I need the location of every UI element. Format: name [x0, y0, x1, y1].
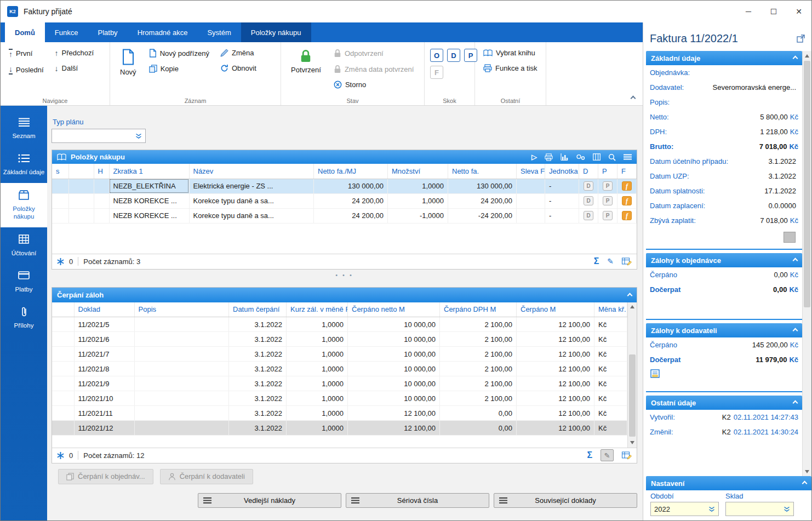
predchozi-button[interactable]: ↑ Předchozí	[52, 48, 97, 58]
cell-datum[interactable]: 3.1.2022	[229, 391, 287, 406]
cell-zkratka[interactable]: NEZB KOREKCE ...	[109, 193, 189, 208]
cell-popis[interactable]	[134, 332, 229, 347]
cell-cerpano-netto[interactable]: 10 000,00	[348, 332, 440, 347]
prvni-button[interactable]: ↑ První	[6, 48, 47, 59]
cell-netto-fa[interactable]: -24 200,00	[448, 208, 517, 223]
scroll-down-icon[interactable]	[803, 467, 811, 476]
cell-cerpano-netto[interactable]: 10 000,00	[348, 362, 440, 376]
cell-mnozstvi[interactable]: -1,0000	[388, 208, 448, 223]
cell-nazev[interactable]: Elektrická energie - ZS ...	[189, 179, 314, 193]
edit-table-icon[interactable]	[622, 257, 632, 266]
col-cerpano[interactable]: Čerpáno M	[517, 302, 594, 317]
cell-mena[interactable]: Kč	[594, 347, 627, 362]
cell-cerpano-dph[interactable]: 2 100,00	[440, 362, 517, 376]
cell-cerpano-dph[interactable]: 2 100,00	[440, 332, 517, 347]
col-sleva[interactable]: Sleva F	[517, 164, 545, 179]
storno-button[interactable]: Storno	[331, 79, 416, 90]
kopie-button[interactable]: Kopie	[146, 64, 212, 74]
section-header[interactable]: Nastavení	[646, 476, 811, 490]
section-header[interactable]: Ostatní údaje	[646, 396, 802, 410]
cell-kurz[interactable]: 1,0000	[287, 362, 348, 376]
funkce-a-tisk-button[interactable]: Funkce a tisk	[481, 63, 540, 73]
posledni-button[interactable]: ↓ Poslední	[6, 64, 47, 76]
cell-zkratka[interactable]: NEZB KOREKCE ...	[109, 208, 189, 223]
cell-cerpano-dph[interactable]: 2 100,00	[440, 317, 517, 332]
run-icon[interactable]: ▷	[531, 153, 537, 161]
sum-icon[interactable]: Σ	[587, 451, 592, 460]
cell-kurz[interactable]: 1,0000	[287, 421, 348, 436]
table-row[interactable]: NEZB KOREKCE ... Korekce typu daně a sa.…	[52, 208, 637, 223]
close-button[interactable]: ✕	[786, 1, 811, 22]
table-row[interactable]: 11/2021/12 3.1.2022 1,0000 12 100,00 0,0…	[52, 421, 627, 436]
cell-cerpano-dph[interactable]: 2 100,00	[440, 376, 517, 391]
cell-mena[interactable]: Kč	[594, 406, 627, 421]
section-header[interactable]: Zálohy k objednávce	[646, 253, 802, 267]
cell-cerpano-dph[interactable]: 0,00	[440, 421, 517, 436]
sidebar-item-seznam[interactable]: Seznam	[1, 110, 47, 146]
sklad-select[interactable]	[725, 502, 794, 516]
cell-cerpano[interactable]: 12 100,00	[517, 376, 594, 391]
seriova-cisla-button[interactable]: Sériová čísla	[346, 493, 489, 508]
cell-doklad[interactable]: 11/2021/5	[74, 317, 134, 332]
cell-mena[interactable]: Kč	[594, 362, 627, 376]
cell-popis[interactable]	[134, 391, 229, 406]
columns-icon[interactable]	[593, 153, 601, 161]
section-header[interactable]: Zálohy k dodavateli	[646, 323, 802, 337]
cell-jednotka[interactable]: -	[545, 208, 579, 223]
cell-datum[interactable]: 3.1.2022	[229, 376, 287, 391]
cell-doklad[interactable]: 11/2021/8	[74, 362, 134, 376]
table-row[interactable]: 11/2021/7 3.1.2022 1,0000 10 000,00 2 10…	[52, 347, 627, 362]
cell-mnozstvi[interactable]: 1,0000	[388, 193, 448, 208]
cell-popis[interactable]	[134, 317, 229, 332]
cell-cerpano[interactable]: 12 100,00	[517, 391, 594, 406]
potvrzeni-button[interactable]: Potvrzení	[287, 47, 325, 90]
table-row[interactable]: 11/2021/6 3.1.2022 1,0000 10 000,00 2 10…	[52, 332, 627, 347]
cell-popis[interactable]	[134, 376, 229, 391]
cell-netto-mj[interactable]: 130 000,00	[314, 179, 388, 193]
obdobi-select[interactable]: 2022	[650, 502, 719, 516]
cell-doklad[interactable]: 11/2021/12	[74, 421, 134, 436]
vertical-scrollbar[interactable]	[627, 302, 637, 448]
cell-netto-fa[interactable]: 130 000,00	[448, 179, 517, 193]
collapse-section-button[interactable]	[628, 291, 632, 299]
cell-mena[interactable]: Kč	[594, 421, 627, 436]
tab-hromadne-akce[interactable]: Hromadné akce	[128, 22, 198, 42]
cell-netto-mj[interactable]: 24 200,00	[314, 208, 388, 223]
col-marker[interactable]	[52, 302, 74, 317]
cell-datum[interactable]: 3.1.2022	[229, 362, 287, 376]
obnovit-button[interactable]: Obnovit	[218, 63, 259, 73]
cell-datum[interactable]: 3.1.2022	[229, 347, 287, 362]
col-marker[interactable]	[68, 164, 94, 179]
typ-planu-select[interactable]	[52, 129, 146, 143]
sidebar-item-zakladni-udaje[interactable]: Základní údaje	[1, 146, 47, 182]
cell-doklad[interactable]: 11/2021/11	[74, 406, 134, 421]
cell-cerpano-netto[interactable]: 10 000,00	[348, 347, 440, 362]
print-icon[interactable]	[545, 153, 553, 161]
dalsi-button[interactable]: ↓ Další	[52, 63, 97, 73]
cell-jednotka[interactable]: -	[545, 179, 579, 193]
novy-podrizeny-button[interactable]: Nový podřízený	[146, 48, 212, 59]
cell-popis[interactable]	[134, 406, 229, 421]
sum-icon[interactable]: Σ	[594, 257, 599, 266]
tab-system[interactable]: Systém	[197, 22, 241, 42]
edit-record-icon[interactable]: ✎	[607, 257, 614, 265]
cell-cerpano-dph[interactable]: 2 100,00	[440, 391, 517, 406]
cell-kurz[interactable]: 1,0000	[287, 347, 348, 362]
cell-kurz[interactable]: 1,0000	[287, 406, 348, 421]
col-cerpano-dph[interactable]: Čerpáno DPH M	[440, 302, 517, 317]
tab-funkce[interactable]: Funkce	[45, 22, 88, 42]
cell-popis[interactable]	[134, 347, 229, 362]
col-s[interactable]: s	[52, 164, 68, 179]
cell-kurz[interactable]: 1,0000	[287, 391, 348, 406]
cell-netto-mj[interactable]: 24 200,00	[314, 193, 388, 208]
col-cerpano-netto[interactable]: Čerpáno netto M	[348, 302, 440, 317]
cell-cerpano[interactable]: 12 100,00	[517, 406, 594, 421]
cell-popis[interactable]	[134, 421, 229, 436]
settings-search-icon[interactable]	[608, 153, 616, 161]
cell-cerpano[interactable]: 12 100,00	[517, 347, 594, 362]
cell-popis[interactable]	[134, 362, 229, 376]
cell-cerpano[interactable]: 12 100,00	[517, 317, 594, 332]
scroll-down-icon[interactable]	[628, 438, 637, 448]
table-row[interactable]: 11/2021/5 3.1.2022 1,0000 10 000,00 2 10…	[52, 317, 627, 332]
cell-doklad[interactable]: 11/2021/10	[74, 391, 134, 406]
